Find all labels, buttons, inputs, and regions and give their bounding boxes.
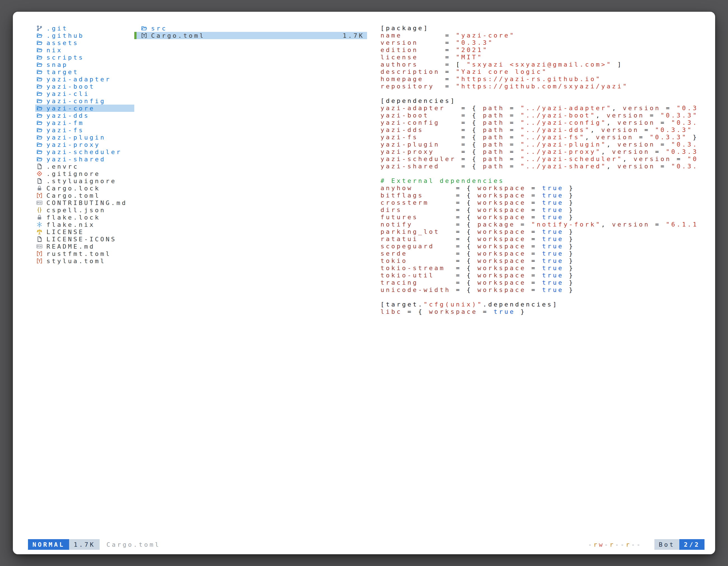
parent-pane-item-Cargo.lock[interactable]: Cargo.lock [35, 185, 134, 192]
preview-line: yazi-shared = { path = "../yazi-shared",… [381, 163, 715, 170]
parent-pane-item-yazi-scheduler[interactable]: yazi-scheduler [35, 148, 134, 156]
current-pane-item-Cargo.toml[interactable]: Cargo.toml1.7K [134, 32, 367, 39]
file-name: .envrc [46, 163, 79, 170]
parent-pane-item-flake.lock[interactable]: flake.lock [35, 214, 134, 221]
file-name: target [46, 69, 79, 76]
parent-pane-item-yazi-plugin[interactable]: yazi-plugin [35, 134, 134, 141]
file-name: flake.nix [46, 221, 95, 228]
preview-line: [target."cfg(unix)".dependencies] [381, 301, 715, 308]
toml-icon [36, 251, 43, 257]
file-name: yazi-dds [46, 112, 90, 119]
folder-icon [36, 127, 43, 133]
folder-icon [36, 83, 43, 90]
panes: .git.githubassetsnixscriptssnaptargetyaz… [13, 25, 715, 534]
preview-line: yazi-plugin = { path = "../yazi-plugin",… [381, 141, 715, 148]
preview-line: tracing = { workspace = true } [381, 279, 715, 286]
parent-pane-item-yazi-shared[interactable]: yazi-shared [35, 156, 134, 163]
preview-line: [package] [381, 25, 715, 32]
parent-pane-item-LICENSE-ICONS[interactable]: LICENSE-ICONS [35, 236, 134, 243]
parent-pane-item-yazi-cli[interactable]: yazi-cli [35, 90, 134, 97]
preview-line: notify = { package = "notify-fork", vers… [381, 221, 715, 228]
status-bar: NORMAL 1.7K Cargo.toml -rw-r--r-- Bot 2/… [28, 539, 704, 550]
current-pane-item-src[interactable]: src [134, 25, 367, 32]
preview-line: unicode-width = { workspace = true } [381, 286, 715, 293]
json-icon [36, 207, 43, 213]
parent-pane-item-cspell.json[interactable]: cspell.json [35, 206, 134, 214]
preview-line: serde = { workspace = true } [381, 250, 715, 257]
parent-pane-item-yazi-proxy[interactable]: yazi-proxy [35, 141, 134, 148]
cursor-page-indicator: 2/2 [679, 539, 704, 550]
parent-pane-item-flake.nix[interactable]: flake.nix [35, 221, 134, 228]
preview-line: name = "yazi-core" [381, 32, 715, 39]
permissions: -rw-r--r-- [588, 541, 642, 548]
parent-pane-item-.gitignore[interactable]: .gitignore [35, 170, 134, 177]
toml-icon [141, 32, 147, 39]
selection-marker [134, 32, 137, 39]
preview-line: # External dependencies [381, 177, 715, 185]
folder-icon [36, 62, 43, 68]
parent-pane-item-stylua.toml[interactable]: stylua.toml [35, 257, 134, 265]
parent-pane-item-rustfmt.toml[interactable]: rustfmt.toml [35, 250, 134, 257]
file-icon [36, 178, 43, 184]
folder-icon [141, 25, 147, 31]
parent-pane-item-yazi-fs[interactable]: yazi-fs [35, 126, 134, 134]
gitignore-icon [36, 171, 43, 177]
preview-line [381, 90, 715, 97]
file-name: yazi-shared [46, 156, 106, 163]
preview-line: tokio = { workspace = true } [381, 257, 715, 265]
parent-pane-item-.envrc[interactable]: .envrc [35, 163, 134, 170]
parent-pane-item-yazi-core[interactable]: yazi-core [35, 105, 134, 112]
parent-pane-item-target[interactable]: target [35, 68, 134, 76]
parent-pane-item-snap[interactable]: snap [35, 61, 134, 68]
file-name: .styluaignore [46, 178, 116, 185]
file-name: .gitignore [46, 170, 100, 177]
file-name: Cargo.toml [46, 192, 100, 199]
file-name: yazi-scheduler [46, 149, 122, 156]
parent-pane-item-.styluaignore[interactable]: .styluaignore [35, 177, 134, 185]
folder-icon [36, 112, 43, 119]
preview-line: ratatui = { workspace = true } [381, 236, 715, 243]
folder-icon [36, 40, 43, 46]
folder-icon [36, 142, 43, 148]
parent-pane-item-yazi-adapter[interactable]: yazi-adapter [35, 76, 134, 83]
preview-line: repository = "https://github.com/sxyazi/… [381, 83, 715, 90]
file-name: scripts [46, 54, 84, 61]
parent-pane-item-CONTRIBUTING.md[interactable]: CONTRIBUTING.md [35, 199, 134, 206]
file-name: yazi-config [46, 98, 106, 105]
parent-pane-item-Cargo.toml[interactable]: Cargo.toml [35, 192, 134, 199]
parent-pane-item-yazi-fm[interactable]: yazi-fm [35, 119, 134, 126]
parent-pane-item-assets[interactable]: assets [35, 39, 134, 46]
preview-line: license = "MIT" [381, 54, 715, 61]
status-filename: Cargo.toml [106, 541, 160, 548]
parent-pane-item-.github[interactable]: .github [35, 32, 134, 39]
preview-line: crossterm = { workspace = true } [381, 199, 715, 206]
parent-pane-item-scripts[interactable]: scripts [35, 54, 134, 61]
preview-line: [dependencies] [381, 97, 715, 105]
file-icon [36, 236, 43, 242]
file-name: nix [46, 47, 63, 54]
preview-pane[interactable]: [package]name = "yazi-core"version = "0.… [381, 25, 715, 315]
preview-line: libc = { workspace = true } [381, 308, 715, 315]
parent-pane-item-yazi-config[interactable]: yazi-config [35, 97, 134, 105]
preview-line: version = "0.3.3" [381, 39, 715, 46]
selection-marker [134, 25, 137, 32]
folder-icon [36, 91, 43, 97]
parent-pane-item-LICENSE[interactable]: LICENSE [35, 228, 134, 236]
toml-icon [36, 258, 43, 264]
preview-line: yazi-boot = { path = "../yazi-boot", ver… [381, 112, 715, 119]
current-pane[interactable]: srcCargo.toml1.7K [134, 25, 367, 39]
parent-pane-item-.git[interactable]: .git [35, 25, 134, 32]
parent-pane[interactable]: .git.githubassetsnixscriptssnaptargetyaz… [35, 25, 134, 265]
parent-pane-item-yazi-dds[interactable]: yazi-dds [35, 112, 134, 119]
preview-line: yazi-proxy = { path = "../yazi-proxy", v… [381, 148, 715, 156]
preview-line: futures = { workspace = true } [381, 214, 715, 221]
parent-pane-item-README.md[interactable]: README.md [35, 243, 134, 250]
parent-pane-item-yazi-boot[interactable]: yazi-boot [35, 83, 134, 90]
file-name: yazi-fs [46, 127, 84, 134]
parent-pane-item-nix[interactable]: nix [35, 46, 134, 54]
preview-line: tokio-util = { workspace = true } [381, 272, 715, 279]
folder-icon [36, 105, 43, 111]
file-name: snap [46, 61, 68, 68]
lock-icon [36, 185, 43, 191]
file-name: README.md [46, 243, 95, 250]
